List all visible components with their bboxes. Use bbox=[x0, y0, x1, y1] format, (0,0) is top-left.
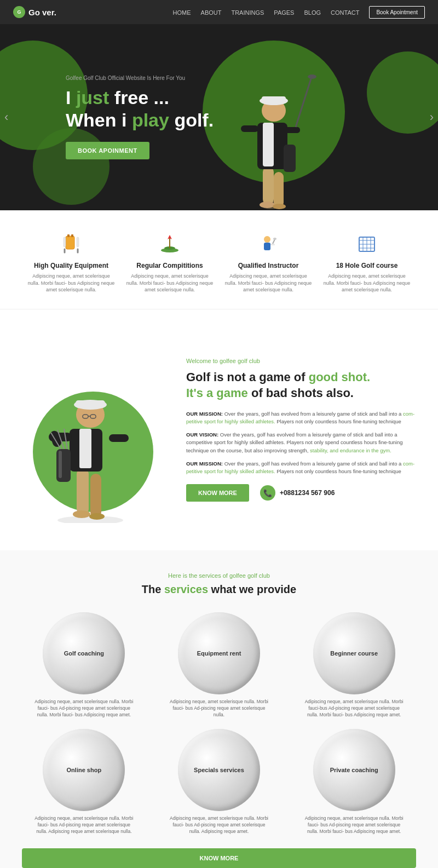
service-beginner-course: Beginner course Adipiscing neque, amet s… bbox=[292, 612, 416, 718]
hero-section: ‹ › Golfee Golf Club Official Website Is… bbox=[0, 24, 438, 210]
svg-rect-17 bbox=[71, 234, 73, 237]
service-online-shop: Online shop Adipiscing neque, amet scele… bbox=[22, 729, 146, 835]
svg-point-4 bbox=[273, 204, 286, 209]
about-mission2-block: OUR MISSION: Over the years, golf has ev… bbox=[186, 460, 416, 476]
svg-rect-47 bbox=[109, 434, 129, 442]
service-ball-beginner-course: Beginner course bbox=[313, 612, 395, 694]
service-label-online-shop: Online shop bbox=[61, 767, 107, 773]
service-desc-specials: Adipiscing neque, amet scelerisque nulla… bbox=[170, 815, 268, 835]
feature-equipment: High Quality Equipment Adipiscing neque,… bbox=[27, 230, 115, 294]
hero-title-just: just bbox=[76, 87, 109, 108]
svg-rect-55 bbox=[76, 400, 105, 408]
about-title: Golf is not a game of good shot. It's a … bbox=[186, 370, 416, 401]
about-actions: KNOW MORE 📞 +0881234 567 906 bbox=[186, 484, 416, 502]
service-label-specials: Specials services bbox=[188, 767, 250, 773]
services-section: Here is the services of golfee golf club… bbox=[0, 550, 438, 868]
feature-competitions-icon bbox=[126, 230, 214, 257]
svg-rect-49 bbox=[59, 451, 62, 478]
feature-instructor-title: Qualified Instructor bbox=[224, 262, 312, 269]
hero-title-play: play bbox=[132, 110, 169, 130]
feature-equipment-title: High Quality Equipment bbox=[27, 262, 115, 269]
service-desc-private-coaching: Adipiscing neque, amet scelerisque nulla… bbox=[305, 815, 404, 835]
service-label-golf-coaching: Golf coaching bbox=[59, 650, 110, 657]
feature-instructor: Qualified Instructor Adipiscing neque, a… bbox=[224, 230, 312, 294]
nav-links: HOME ABOUT TRAININGS PAGES BLOG CONTACT … bbox=[173, 6, 425, 19]
services-grid: Golf coaching Adipiscing neque, amet sce… bbox=[22, 612, 416, 835]
service-ball-specials: Specials services bbox=[178, 729, 260, 811]
nav-blog[interactable]: BLOG bbox=[304, 9, 321, 16]
service-ball-online-shop: Online shop bbox=[43, 729, 125, 811]
svg-rect-16 bbox=[67, 234, 70, 237]
feature-course-desc: Adipiscing neque, amet scelerisque nulla… bbox=[323, 273, 411, 294]
about-vision-label: OUR VISION: bbox=[186, 432, 218, 438]
logo-text: Go ver. bbox=[28, 8, 56, 17]
svg-rect-21 bbox=[77, 237, 79, 247]
service-desc-beginner-course: Adipiscing neque, amet scelerisque nulla… bbox=[305, 699, 404, 718]
svg-line-13 bbox=[296, 79, 311, 127]
feature-instructor-desc: Adipiscing neque, amet scelerisque nulla… bbox=[224, 273, 312, 294]
svg-rect-44 bbox=[79, 429, 91, 468]
svg-rect-1 bbox=[263, 166, 274, 205]
hero-cta-button[interactable]: BOOK APOINMENT bbox=[66, 142, 149, 159]
phone-icon: 📞 bbox=[260, 485, 275, 501]
service-ball-equipment-rent: Equipment rent bbox=[178, 612, 260, 694]
nav-home[interactable]: HOME bbox=[173, 9, 191, 16]
services-know-more-button[interactable]: KNOW MORE bbox=[22, 848, 416, 868]
logo[interactable]: G Go ver. bbox=[13, 6, 56, 18]
service-label-equipment-rent: Equipment rent bbox=[192, 650, 247, 657]
svg-rect-12 bbox=[284, 145, 296, 172]
hero-content: Golfee Golf Club Official Website Is Her… bbox=[0, 75, 214, 160]
about-content: Welcome to golfee golf club Golf is not … bbox=[186, 358, 416, 502]
hero-golfer-image bbox=[224, 46, 323, 210]
feature-competitions-title: Regular Compititions bbox=[126, 262, 214, 269]
nav-about[interactable]: ABOUT bbox=[201, 9, 222, 16]
about-section: Welcome to golfee golf club Golf is not … bbox=[0, 309, 438, 550]
hero-next-arrow[interactable]: › bbox=[430, 110, 434, 124]
service-desc-golf-coaching: Adipiscing neque, amet scelerisque nulla… bbox=[34, 699, 133, 718]
svg-rect-6 bbox=[263, 123, 274, 166]
svg-rect-28 bbox=[270, 244, 275, 245]
svg-rect-8 bbox=[285, 127, 300, 133]
feature-course-title: 18 Hole Golf course bbox=[323, 262, 411, 269]
feature-equipment-icon bbox=[27, 230, 115, 257]
about-subtitle: Welcome to golfee golf club bbox=[186, 358, 416, 364]
service-desc-online-shop: Adipiscing neque, amet scelerisque nulla… bbox=[34, 815, 133, 835]
about-title-highlight1: good shot. bbox=[309, 370, 370, 384]
feature-instructor-icon bbox=[224, 230, 312, 257]
hero-prev-arrow[interactable]: ‹ bbox=[4, 110, 8, 124]
about-vision-block: OUR VISION: Over the years, golf has evo… bbox=[186, 431, 416, 455]
nav-pages[interactable]: PAGES bbox=[274, 9, 294, 16]
svg-rect-40 bbox=[90, 474, 101, 518]
svg-point-26 bbox=[264, 236, 270, 243]
feature-equipment-desc: Adipiscing neque, amet scelerisque nulla… bbox=[27, 273, 115, 294]
about-title-highlight2: It's a game bbox=[186, 386, 248, 400]
service-ball-golf-coaching: Golf coaching bbox=[43, 612, 125, 694]
book-appointment-nav-button[interactable]: Book Apointment bbox=[369, 6, 425, 19]
svg-rect-20 bbox=[64, 237, 66, 247]
service-desc-equipment-rent: Adipiscing neque, amet scelerisque nulla… bbox=[170, 699, 268, 718]
feature-course-icon bbox=[323, 230, 411, 257]
nav-trainings[interactable]: TRAININGS bbox=[231, 9, 264, 16]
service-label-private-coaching: Private coaching bbox=[325, 767, 384, 773]
feature-competitions: Regular Compititions Adipiscing neque, a… bbox=[126, 230, 214, 294]
features-section: High Quality Equipment Adipiscing neque,… bbox=[0, 210, 438, 309]
svg-rect-11 bbox=[262, 96, 286, 103]
nav-contact[interactable]: CONTACT bbox=[331, 9, 359, 16]
hero-deco-circle-4 bbox=[367, 51, 438, 134]
services-title-highlight: services bbox=[164, 583, 208, 595]
services-subtitle: Here is the services of golfee golf club bbox=[22, 572, 416, 579]
service-private-coaching: Private coaching Adipiscing neque, amet … bbox=[292, 729, 416, 835]
svg-line-29 bbox=[273, 239, 275, 244]
svg-rect-27 bbox=[264, 243, 270, 250]
phone-info: 📞 +0881234 567 906 bbox=[260, 485, 335, 501]
svg-rect-39 bbox=[77, 468, 89, 515]
svg-rect-7 bbox=[241, 125, 258, 132]
service-golf-coaching: Golf coaching Adipiscing neque, amet sce… bbox=[22, 612, 146, 718]
svg-point-3 bbox=[260, 202, 275, 208]
about-know-more-button[interactable]: KNOW MORE bbox=[186, 484, 249, 502]
svg-rect-48 bbox=[56, 449, 71, 482]
svg-rect-2 bbox=[274, 172, 284, 208]
feature-competitions-desc: Adipiscing neque, amet scelerisque nulla… bbox=[126, 273, 214, 294]
about-image bbox=[22, 337, 164, 523]
navbar: G Go ver. HOME ABOUT TRAININGS PAGES BLO… bbox=[0, 0, 438, 24]
